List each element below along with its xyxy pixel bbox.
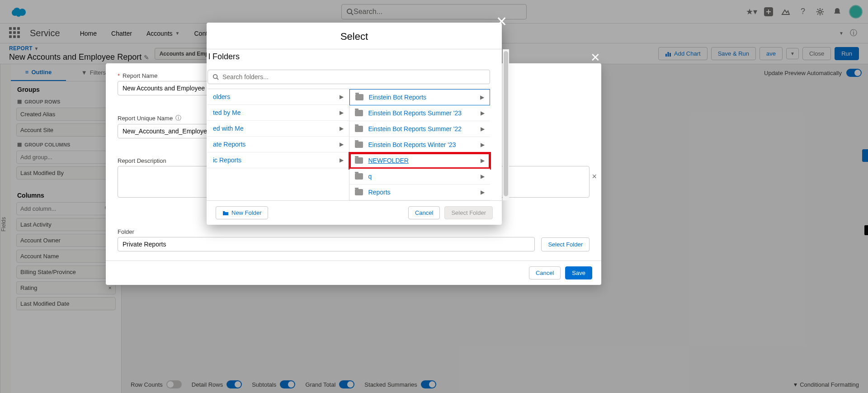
folder-name: q xyxy=(368,173,372,180)
folder-name: ted by Me xyxy=(213,109,241,116)
folder-row[interactable]: Einstein Bot Reports▶ xyxy=(349,89,491,105)
svg-line-8 xyxy=(217,78,219,80)
folder-icon xyxy=(355,126,363,132)
clear-icon[interactable]: × xyxy=(592,172,597,181)
picker-title: Select xyxy=(207,23,502,49)
folder-search-placeholder: Search folders... xyxy=(222,73,269,80)
chevron-right-icon: ▶ xyxy=(481,173,485,180)
folder-name: Einstein Bot Reports Summer '22 xyxy=(368,125,462,133)
folder-name: Einstein Bot Reports Summer '23 xyxy=(368,109,462,117)
folder-name: Einstein Bot Reports Winter '23 xyxy=(368,141,456,148)
folder-name: Einstein Bot Reports xyxy=(369,94,427,101)
select-folder-button[interactable]: Select Folder xyxy=(541,237,590,251)
folder-icon xyxy=(355,189,363,195)
folder-name: olders xyxy=(213,93,230,100)
folder-row-newfolder[interactable]: NEWFOLDER▶ xyxy=(349,153,491,169)
folder-search[interactable]: Search folders... xyxy=(208,70,490,84)
chevron-right-icon: ▶ xyxy=(481,189,485,195)
folder-picker-dialog: ✕ Select l Folders Search folders... old… xyxy=(207,23,502,225)
folder-row[interactable]: Einstein Bot Reports Summer '23▶ xyxy=(349,105,491,121)
folder-icon xyxy=(222,210,229,216)
folder-row[interactable]: ate Reports▶ xyxy=(208,137,349,152)
folder-icon xyxy=(355,94,363,100)
folder-row[interactable]: Einstein Bot Reports Summer '22▶ xyxy=(349,121,491,137)
chevron-right-icon: ▶ xyxy=(340,109,344,116)
folder-icon xyxy=(355,157,363,164)
folder-icon xyxy=(355,110,363,116)
search-icon xyxy=(212,74,219,80)
select-folder-button[interactable]: Select Folder xyxy=(444,206,493,219)
chevron-right-icon: ▶ xyxy=(340,125,344,132)
close-icon[interactable]: ✕ xyxy=(496,14,507,29)
folder-name: ate Reports xyxy=(213,141,245,148)
folder-row[interactable]: ed with Me▶ xyxy=(208,121,349,137)
folder-row[interactable]: Einstein Bot Reports Winter '23▶ xyxy=(349,137,491,153)
chevron-right-icon: ▶ xyxy=(481,142,485,148)
close-icon[interactable]: ✕ xyxy=(590,51,600,65)
chevron-right-icon: ▶ xyxy=(481,157,485,164)
new-folder-label: New Folder xyxy=(231,209,261,216)
picker-scrollbar[interactable] xyxy=(503,49,509,200)
folder-row[interactable]: q▶ xyxy=(349,169,491,185)
new-folder-button[interactable]: New Folder xyxy=(216,206,268,219)
folder-label: Folder xyxy=(118,228,535,235)
cancel-button[interactable]: Cancel xyxy=(529,266,561,279)
folder-name: ic Reports xyxy=(213,156,241,164)
chevron-right-icon: ▶ xyxy=(340,141,344,147)
folder-col-right: Einstein Bot Reports▶ Einstein Bot Repor… xyxy=(349,89,491,200)
folder-name: ed with Me xyxy=(213,125,244,132)
folder-name: Reports xyxy=(368,189,391,196)
picker-section-title: l Folders xyxy=(208,49,490,66)
save-dialog-footer: Cancel Save xyxy=(106,260,601,285)
folder-col-left: olders▶ ted by Me▶ ed with Me▶ ate Repor… xyxy=(208,89,349,200)
svg-point-7 xyxy=(213,75,217,79)
folder-input[interactable] xyxy=(118,237,535,251)
chevron-right-icon: ▶ xyxy=(481,126,485,132)
folder-row[interactable]: ted by Me▶ xyxy=(208,105,349,121)
folder-icon xyxy=(355,173,363,180)
save-button[interactable]: Save xyxy=(565,266,592,279)
folder-columns: olders▶ ted by Me▶ ed with Me▶ ate Repor… xyxy=(208,89,490,200)
chevron-right-icon: ▶ xyxy=(340,157,344,163)
cancel-button[interactable]: Cancel xyxy=(408,206,440,219)
folder-name: NEWFOLDER xyxy=(368,157,409,164)
folder-row[interactable]: ic Reports▶ xyxy=(208,152,349,168)
info-icon[interactable]: ⓘ xyxy=(175,114,181,122)
chevron-right-icon: ▶ xyxy=(480,94,484,100)
picker-footer: New Folder Cancel Select Folder xyxy=(207,200,502,225)
chevron-right-icon: ▶ xyxy=(340,94,344,100)
chevron-right-icon: ▶ xyxy=(481,110,485,116)
folder-icon xyxy=(355,142,363,148)
folder-row[interactable]: olders▶ xyxy=(208,89,349,105)
folder-row[interactable]: Reports▶ xyxy=(349,185,491,200)
